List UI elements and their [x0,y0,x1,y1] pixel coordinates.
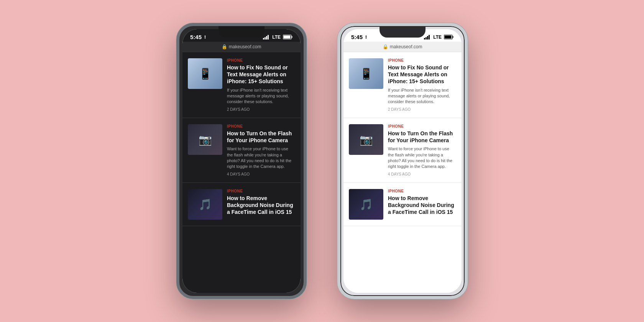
article-title: How to Turn On the Flash for Your iPhone… [388,130,456,144]
svg-rect-10 [426,37,427,39]
article-item[interactable]: IPHONE How to Turn On the Flash for Your… [182,118,301,183]
article-date: 4 DAYS AGO [388,172,456,176]
article-content: IPHONE How to Remove Background Noise Du… [227,189,295,220]
svg-rect-12 [429,35,430,39]
article-item[interactable]: IPHONE How to Remove Background Noise Du… [182,183,301,226]
article-content: IPHONE How to Fix No Sound or Text Messa… [227,58,295,112]
article-date: 4 DAYS AGO [227,172,295,176]
address-bar[interactable]: 🔒 makeuseof.com [343,42,462,52]
status-right: LTE [263,34,293,40]
article-content: IPHONE How to Turn On the Flash for Your… [388,124,456,176]
article-description: Want to force your iPhone to use the fla… [388,146,456,170]
article-description: If your iPhone isn't receiving text mess… [388,87,456,105]
svg-rect-6 [292,36,292,38]
status-right: LTE [424,34,454,40]
network-label: LTE [433,34,442,40]
battery-icon [283,34,293,39]
article-item[interactable]: IPHONE How to Turn On the Flash for Your… [343,118,462,183]
article-date: 2 DAYS AGO [388,107,456,112]
article-thumbnail [349,124,383,155]
article-thumbnail [188,58,222,89]
battery-icon [444,34,454,39]
article-content: IPHONE How to Turn On the Flash for Your… [227,124,295,176]
network-label: LTE [272,34,281,40]
location-icon [364,35,368,39]
article-date: 2 DAYS AGO [227,107,295,112]
article-thumbnail [188,189,222,220]
article-item[interactable]: IPHONE How to Fix No Sound or Text Messa… [182,52,301,118]
svg-rect-4 [268,35,269,39]
article-category: IPHONE [388,189,456,193]
article-list: IPHONE How to Fix No Sound or Text Messa… [343,52,462,293]
article-thumbnail [349,58,383,89]
svg-rect-2 [264,37,266,39]
article-title: How to Remove Background Noise During a … [388,195,456,216]
phone-right: 5:45 LTE 🔒 makeuseof.com IPHONE [337,23,468,299]
article-category: IPHONE [227,58,295,62]
article-title: How to Fix No Sound or Text Message Aler… [227,64,295,85]
svg-rect-11 [427,36,428,39]
svg-rect-9 [424,38,425,39]
signal-icon [424,35,431,39]
svg-rect-14 [453,36,453,38]
article-category: IPHONE [388,124,456,128]
address-text: makeuseof.com [229,44,261,49]
phone-notch [380,26,426,38]
article-list: IPHONE How to Fix No Sound or Text Messa… [182,52,301,293]
svg-rect-3 [266,36,267,39]
article-content: IPHONE How to Fix No Sound or Text Messa… [388,58,456,112]
lock-icon: 🔒 [222,44,227,49]
article-category: IPHONE [388,58,456,62]
address-bar[interactable]: 🔒 makeuseof.com [182,42,301,52]
article-content: IPHONE How to Remove Background Noise Du… [388,189,456,220]
phone-notch [219,26,264,38]
article-thumbnail [349,189,383,220]
location-icon [203,35,207,39]
article-category: IPHONE [227,124,295,128]
article-description: Want to force your iPhone to use the fla… [227,146,295,170]
address-text: makeuseof.com [390,44,422,49]
article-item[interactable]: IPHONE How to Fix No Sound or Text Messa… [343,52,462,118]
article-description: If your iPhone isn't receiving text mess… [227,87,295,105]
svg-rect-15 [445,36,452,39]
article-thumbnail [188,124,222,155]
svg-rect-1 [263,38,264,39]
article-item[interactable]: IPHONE How to Remove Background Noise Du… [343,183,462,226]
signal-icon [263,35,270,39]
article-category: IPHONE [227,189,295,193]
lock-icon: 🔒 [383,44,388,49]
phone-left: 5:45 LTE 🔒 makeuseof.com IPHONE [176,23,307,299]
article-title: How to Fix No Sound or Text Message Aler… [388,64,456,85]
article-title: How to Remove Background Noise During a … [227,195,295,216]
status-time: 5:45 [190,34,207,40]
article-title: How to Turn On the Flash for Your iPhone… [227,130,295,144]
svg-rect-7 [284,36,291,39]
status-time: 5:45 [351,34,368,40]
